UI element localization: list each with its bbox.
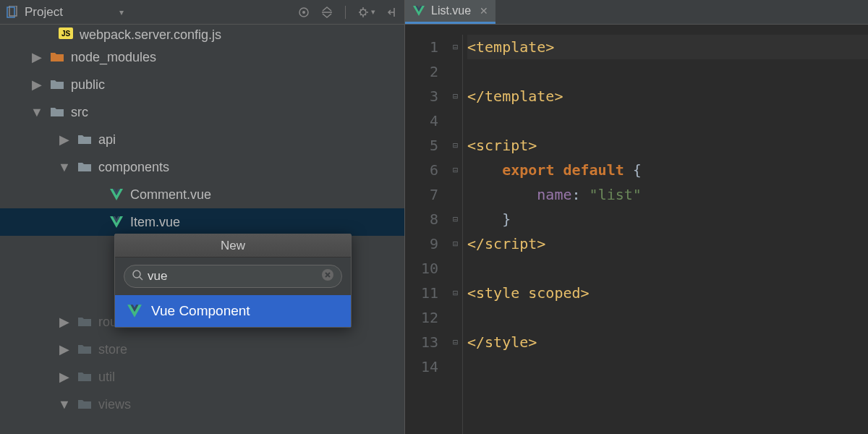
line-number: 14: [405, 354, 438, 379]
tree-label: Item.vue: [130, 215, 180, 230]
line-number: 5: [405, 133, 438, 158]
code-token: <script>: [467, 137, 537, 154]
search-icon: [132, 269, 143, 284]
fold-marker[interactable]: ⊟: [448, 231, 462, 256]
view-mode-dropdown[interactable]: ▾: [119, 7, 124, 17]
code-token: :: [572, 186, 590, 203]
code-lines[interactable]: <template> </template> <script> export d…: [467, 35, 868, 434]
tree-item-item-vue[interactable]: Item.vue: [0, 208, 404, 236]
search-input[interactable]: [148, 269, 317, 284]
line-number: 7: [405, 182, 438, 207]
svg-point-6: [133, 271, 140, 278]
locate-icon[interactable]: [297, 6, 310, 19]
code-token: "list": [590, 186, 642, 203]
chevron-down-icon: ▼: [30, 105, 43, 120]
fold-marker[interactable]: ⊟: [448, 133, 462, 158]
line-number: 6: [405, 158, 438, 182]
line-number: 2: [405, 59, 438, 84]
popup-item-vue-component[interactable]: Vue Component: [115, 295, 351, 327]
tree-item-comment-vue[interactable]: Comment.vue: [0, 181, 404, 208]
tree-item-node-modules[interactable]: ▶ node_modules: [0, 43, 404, 71]
tree-item-webpack[interactable]: JS webpack.server.config.js: [0, 27, 404, 43]
tree-item-util[interactable]: ▶ util: [0, 363, 404, 391]
line-number: 4: [405, 109, 438, 133]
line-number: 11: [405, 281, 438, 305]
fold-marker[interactable]: ⊟: [448, 158, 462, 182]
tree-item-store[interactable]: ▶ store: [0, 336, 404, 363]
code-token: }: [502, 210, 511, 228]
divider: [345, 6, 346, 19]
fold-marker[interactable]: ⊟: [448, 84, 462, 109]
popup-search-row: [115, 258, 351, 295]
folder-icon: [49, 51, 65, 63]
fold-marker[interactable]: ⊟: [448, 35, 462, 59]
close-icon[interactable]: ✕: [480, 5, 488, 17]
tree-label: components: [98, 160, 169, 175]
line-number: 1: [405, 35, 438, 59]
code-token: </style>: [467, 333, 537, 351]
line-number: 13: [405, 330, 438, 354]
tree-item-src[interactable]: ▼ src: [0, 98, 404, 126]
popup-item-label: Vue Component: [151, 303, 250, 319]
tree-label: public: [71, 77, 105, 93]
popup-search-field[interactable]: [124, 265, 342, 288]
chevron-right-icon: ▶: [58, 132, 71, 148]
line-gutter: 1 2 3 4 5 6 7 8 9 10 11 12 13 14: [405, 35, 448, 434]
tree-item-views[interactable]: ▼ views: [0, 391, 404, 418]
folder-icon: [77, 161, 93, 173]
vue-icon: [127, 304, 142, 318]
editor-pane: List.vue ✕ 1 2 3 4 5 6 7 8 9 10 11 12 13…: [405, 0, 868, 434]
popup-title: New: [115, 234, 351, 258]
tree-label: api: [98, 132, 116, 148]
chevron-right-icon: ▶: [58, 341, 71, 357]
tree-label: views: [98, 397, 131, 412]
fold-marker[interactable]: ⊟: [448, 281, 462, 305]
fold-marker[interactable]: ⊟: [448, 207, 462, 231]
tree-label: store: [98, 342, 127, 357]
chevron-right-icon: ▶: [30, 77, 43, 93]
code-token: <template>: [467, 38, 554, 56]
code-token: export default: [502, 161, 624, 179]
chevron-right-icon: ▶: [58, 314, 71, 330]
chevron-down-icon: ▼: [58, 160, 71, 175]
line-number: 8: [405, 207, 438, 231]
collapse-icon[interactable]: [320, 6, 333, 19]
vue-icon: [412, 5, 425, 17]
folder-icon: [77, 316, 93, 328]
svg-line-7: [140, 277, 142, 280]
folder-icon: [49, 106, 65, 118]
js-icon: JS: [58, 27, 74, 39]
hide-icon[interactable]: [386, 6, 399, 19]
chevron-right-icon: ▶: [58, 369, 71, 385]
line-number: 9: [405, 231, 438, 256]
project-sidebar: Project ▾ ▾ JS webpack.server.config.js …: [0, 0, 405, 434]
folder-icon: [77, 134, 93, 145]
code-token: <style scoped>: [467, 284, 590, 302]
tab-bar: List.vue ✕: [405, 0, 868, 25]
tab-list-vue[interactable]: List.vue ✕: [405, 0, 495, 24]
line-number: 10: [405, 256, 438, 281]
fold-marker[interactable]: ⊟: [448, 330, 462, 354]
tree-label: webpack.server.config.js: [80, 27, 221, 43]
fold-gutter: ⊟ ⊟ ⊟ ⊟ ⊟ ⊟ ⊟ ⊟: [448, 35, 463, 434]
code-token: </script>: [467, 235, 545, 252]
code-area[interactable]: 1 2 3 4 5 6 7 8 9 10 11 12 13 14 ⊟ ⊟ ⊟ ⊟…: [405, 25, 868, 434]
tree-item-components[interactable]: ▼ components: [0, 153, 404, 181]
code-token: </template>: [467, 88, 563, 105]
sidebar-toolbar: ▾: [297, 6, 399, 19]
line-number: 3: [405, 84, 438, 109]
tree-label: util: [98, 370, 115, 385]
file-tree: JS webpack.server.config.js ▶ node_modul…: [0, 25, 404, 418]
sidebar-header: Project ▾ ▾: [0, 0, 404, 25]
tree-label: src: [71, 105, 88, 120]
code-token: {: [624, 161, 642, 179]
tree-item-public[interactable]: ▶ public: [0, 71, 404, 98]
gear-icon[interactable]: ▾: [357, 6, 375, 19]
folder-icon: [77, 399, 93, 410]
clear-icon[interactable]: [321, 268, 334, 284]
project-panel-icon: [6, 6, 19, 19]
line-number: 12: [405, 305, 438, 330]
chevron-right-icon: ▶: [30, 49, 43, 65]
folder-icon: [77, 371, 93, 383]
tree-item-api[interactable]: ▶ api: [0, 126, 404, 153]
